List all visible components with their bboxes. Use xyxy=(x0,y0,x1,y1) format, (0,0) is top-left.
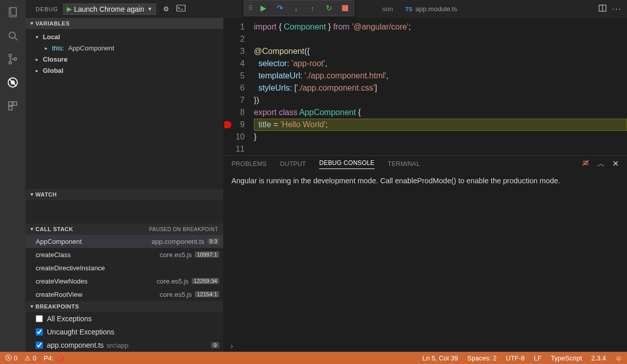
clear-console-icon[interactable] xyxy=(582,159,590,170)
watch-label: WATCH xyxy=(36,191,57,198)
split-editor-icon[interactable] xyxy=(598,4,607,15)
svg-rect-12 xyxy=(9,106,12,110)
svg-rect-11 xyxy=(13,102,17,105)
callstack-frame[interactable]: createRootViewcore.es5.js12154:1 xyxy=(25,288,223,301)
breakpoint-item[interactable]: Uncaught Exceptions xyxy=(25,325,223,339)
repl-input[interactable]: › xyxy=(223,341,627,352)
status-lang[interactable]: TypeScript xyxy=(551,354,582,362)
tab-problems[interactable]: PROBLEMS xyxy=(231,160,267,167)
tab-app-module[interactable]: TSapp.module.ts xyxy=(399,0,463,18)
activity-bar xyxy=(0,0,25,352)
callstack-frame[interactable]: createClasscore.es5.js10997:1 xyxy=(25,248,223,261)
breakpoints-label: BREAKPOINTS xyxy=(36,303,80,310)
stop-button[interactable] xyxy=(341,4,350,13)
debug-title: DEBUG xyxy=(36,6,58,12)
breakpoint-checkbox[interactable] xyxy=(36,342,43,349)
svg-line-3 xyxy=(15,38,17,40)
callstack-status: PAUSED ON BREAKPOINT xyxy=(149,227,218,232)
breakpoint-marker[interactable] xyxy=(224,121,231,128)
editor-area: ⠿ ▶ ↷ ↓ ↑ ↻ son TSapp.module.ts ··· 1234… xyxy=(223,0,627,352)
watch-section-header[interactable]: ▾WATCH xyxy=(25,189,223,200)
source-control-icon[interactable] xyxy=(6,52,20,66)
svg-point-9 xyxy=(11,81,14,84)
status-encoding[interactable]: UTF-8 xyxy=(506,354,525,362)
explorer-icon[interactable] xyxy=(6,5,20,19)
editor-tabs: ⠿ ▶ ↷ ↓ ↑ ↻ son TSapp.module.ts ··· xyxy=(223,0,627,18)
bottom-panel: PROBLEMS OUTPUT DEBUG CONSOLE TERMINAL ︿… xyxy=(223,155,627,352)
chevron-down-icon: ▼ xyxy=(147,6,152,12)
variables-local[interactable]: ▾Local xyxy=(25,31,223,42)
svg-rect-10 xyxy=(9,102,12,105)
breakpoint-checkbox[interactable] xyxy=(36,315,43,322)
step-out-button[interactable]: ↑ xyxy=(308,4,317,13)
status-bar: ⓧ 0 ⚠ 0 P4: 🚫 Ln 5, Col 39 Spaces: 2 UTF… xyxy=(0,352,627,364)
extensions-icon[interactable] xyxy=(6,99,20,113)
debug-header: DEBUG ▶ Launch Chrome again ▼ ⚙ xyxy=(25,0,223,18)
status-version[interactable]: 2.3.4 xyxy=(591,354,606,362)
breakpoint-item[interactable]: All Exceptions xyxy=(25,312,223,325)
callstack-frame[interactable]: createDirectiveInstance xyxy=(25,261,223,274)
step-into-button[interactable]: ↓ xyxy=(292,4,301,13)
status-port[interactable]: P4: 🚫 xyxy=(43,354,64,362)
search-icon[interactable] xyxy=(6,29,20,43)
continue-button[interactable]: ▶ xyxy=(259,4,268,13)
debug-icon[interactable] xyxy=(6,75,20,90)
variables-global[interactable]: ▸Global xyxy=(25,65,223,76)
breakpoint-checkbox[interactable] xyxy=(36,328,43,335)
tab-terminal[interactable]: TERMINAL xyxy=(388,160,420,167)
close-panel-icon[interactable]: ✕ xyxy=(612,159,619,170)
status-cursor[interactable]: Ln 5, Col 39 xyxy=(422,354,458,362)
play-icon: ▶ xyxy=(67,5,72,13)
tab-debug-console[interactable]: DEBUG CONSOLE xyxy=(319,159,375,169)
chevron-up-icon[interactable]: ︿ xyxy=(597,159,605,170)
step-over-button[interactable]: ↷ xyxy=(275,4,284,13)
status-errors[interactable]: ⓧ 0 xyxy=(5,353,17,362)
restart-button[interactable]: ↻ xyxy=(324,4,333,13)
debug-toolbar[interactable]: ⠿ ▶ ↷ ↓ ↑ ↻ xyxy=(244,0,354,16)
status-eol[interactable]: LF xyxy=(534,354,541,362)
variables-this[interactable]: ▸this: AppComponent xyxy=(25,42,223,53)
status-warnings[interactable]: ⚠ 0 xyxy=(24,354,36,362)
svg-rect-1 xyxy=(11,8,16,15)
breakpoints-section-header[interactable]: ▾BREAKPOINTS xyxy=(25,301,223,312)
ts-icon: TS xyxy=(405,6,412,12)
svg-point-4 xyxy=(9,54,12,57)
breakpoint-item[interactable]: app.component.tssrc\app9 xyxy=(25,339,223,352)
svg-rect-13 xyxy=(177,5,186,11)
variables-label: VARIABLES xyxy=(36,20,70,26)
grip-icon[interactable]: ⠿ xyxy=(248,5,252,12)
callstack-section-header[interactable]: ▾CALL STACK PAUSED ON BREAKPOINT xyxy=(25,223,223,235)
gear-icon[interactable]: ⚙ xyxy=(163,5,169,13)
tab-json-partial[interactable]: son xyxy=(376,0,399,18)
callstack-frame[interactable]: AppComponentapp.component.ts9:3 xyxy=(25,235,223,248)
panel-tabs: PROBLEMS OUTPUT DEBUG CONSOLE TERMINAL ︿… xyxy=(223,156,627,172)
more-icon[interactable]: ··· xyxy=(612,5,622,14)
svg-point-5 xyxy=(9,62,12,64)
status-spaces[interactable]: Spaces: 2 xyxy=(467,354,497,362)
launch-config-label: Launch Chrome again xyxy=(74,5,144,13)
debug-sidebar: DEBUG ▶ Launch Chrome again ▼ ⚙ ▾VARIABL… xyxy=(25,0,223,352)
callstack-label: CALL STACK xyxy=(36,226,73,232)
variables-section-header[interactable]: ▾VARIABLES xyxy=(25,18,223,29)
launch-config-select[interactable]: ▶ Launch Chrome again ▼ xyxy=(63,4,156,15)
tab-output[interactable]: OUTPUT xyxy=(280,160,306,167)
console-output: Angular is running in the development mo… xyxy=(231,175,619,186)
callstack-frame[interactable]: createViewNodescore.es5.js12259:34 xyxy=(25,274,223,288)
feedback-icon[interactable]: ☺ xyxy=(615,354,622,362)
code-editor[interactable]: 1234567891011 import { Component } from … xyxy=(223,18,627,155)
svg-point-6 xyxy=(14,58,17,61)
debug-console-icon[interactable] xyxy=(176,5,186,13)
svg-point-2 xyxy=(9,32,15,38)
variables-closure[interactable]: ▸Closure xyxy=(25,53,223,65)
